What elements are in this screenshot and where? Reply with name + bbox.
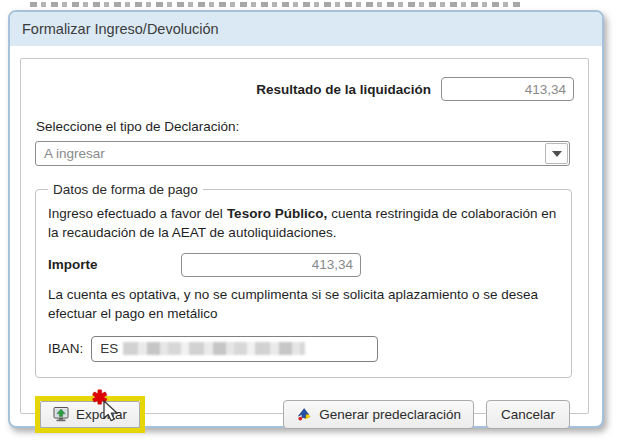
importe-input[interactable] (181, 253, 361, 277)
export-icon (53, 406, 69, 422)
dialog-buttons-row: Exportar Generar predeclaración Cancelar (33, 396, 572, 433)
result-input[interactable] (441, 77, 574, 101)
generate-button-label: Generar predeclaración (319, 407, 461, 422)
intro-bold: Tesoro Público, (227, 206, 327, 221)
importe-row: Importe (48, 253, 561, 277)
iban-redacted-value (123, 342, 305, 355)
dialog-title: Formalizar Ingreso/Devolución (22, 21, 219, 37)
generate-icon (296, 406, 312, 422)
declaration-label: Seleccione el tipo de Declaración: (36, 119, 576, 134)
generate-predeclaration-button[interactable]: Generar predeclaración (283, 400, 474, 429)
chevron-down-icon (552, 151, 562, 157)
content-panel: Resultado de la liquidación Seleccione e… (20, 58, 589, 414)
declaration-selected-value: A ingresar (36, 146, 545, 161)
iban-input[interactable]: ES (91, 336, 378, 362)
account-note: La cuenta es optativa, y no se cumplimen… (48, 286, 559, 324)
iban-row: IBAN: ES (48, 336, 561, 362)
export-button-label: Exportar (76, 407, 127, 422)
iban-visible-value: ES (100, 341, 118, 356)
result-row: Resultado de la liquidación (33, 77, 574, 101)
payment-fieldset: Datos de forma de pago Ingreso efectuado… (35, 182, 572, 378)
importe-label: Importe (48, 257, 181, 272)
dialog-titlebar: Formalizar Ingreso/Devolución (10, 12, 602, 46)
declaration-select[interactable]: A ingresar (35, 141, 570, 166)
redacted-text-strip (30, 2, 522, 7)
result-label: Resultado de la liquidación (256, 82, 431, 97)
export-highlight-annotation: Exportar (35, 396, 145, 433)
cancel-button[interactable]: Cancelar (486, 400, 570, 429)
payment-legend: Datos de forma de pago (48, 182, 203, 197)
intro-prefix: Ingreso efectuado a favor del (48, 206, 223, 221)
formalizar-dialog: Formalizar Ingreso/Devolución Resultado … (8, 10, 604, 428)
cancel-button-label: Cancelar (501, 407, 555, 422)
declaration-dropdown-button[interactable] (545, 143, 568, 164)
payment-intro-text: Ingreso efectuado a favor delTesoro Públ… (48, 205, 559, 243)
export-button[interactable]: Exportar (40, 401, 140, 428)
iban-label: IBAN: (48, 341, 83, 356)
